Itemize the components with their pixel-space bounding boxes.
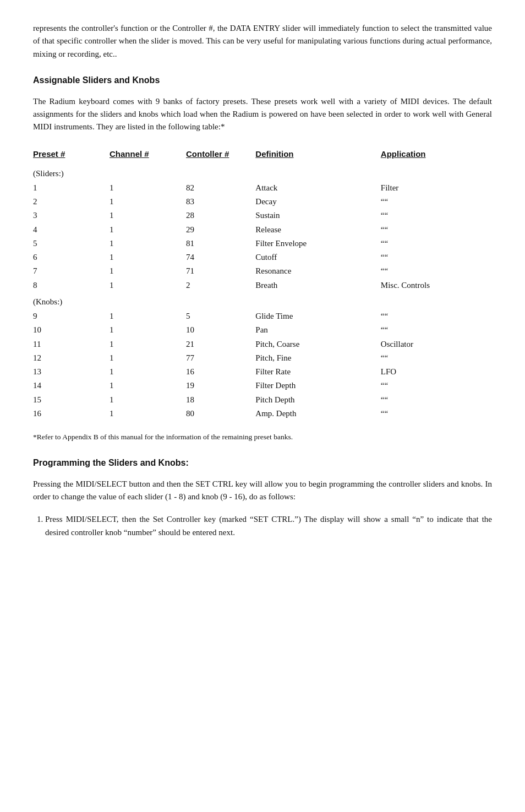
table-header-row: Preset # Channel # Contoller # Definitio…: [33, 146, 492, 164]
cell-controller: 82: [186, 181, 255, 195]
table-row: 3 1 28 Sustain ““: [33, 209, 492, 222]
cell-application: ““: [381, 323, 492, 337]
cell-channel: 1: [110, 323, 186, 337]
preset-table-wrapper: Preset # Channel # Contoller # Definitio…: [33, 146, 492, 421]
cell-channel: 1: [110, 195, 186, 209]
section1-paragraph: The Radium keyboard comes with 9 banks o…: [33, 95, 492, 134]
cell-controller: 21: [186, 337, 255, 351]
cell-application: ““: [381, 195, 492, 209]
table-row: 5 1 81 Filter Envelope ““: [33, 237, 492, 250]
cell-preset: 8: [33, 279, 110, 292]
table-row: 6 1 74 Cutoff ““: [33, 250, 492, 264]
section2-heading: Programming the Sliders and Knobs:: [33, 456, 492, 470]
cell-definition: Attack: [255, 181, 380, 195]
cell-preset: 12: [33, 351, 110, 365]
cell-controller: 16: [186, 365, 255, 379]
cell-application: ““: [381, 351, 492, 365]
cell-preset: 7: [33, 264, 110, 278]
col-header-definition: Definition: [255, 146, 380, 164]
cell-application: ““: [381, 250, 492, 264]
cell-preset: 14: [33, 379, 110, 393]
section1-heading: Assignable Sliders and Knobs: [33, 74, 492, 88]
cell-application: ““: [381, 264, 492, 278]
cell-channel: 1: [110, 351, 186, 365]
cell-definition: Pitch Depth: [255, 393, 380, 407]
cell-preset: 6: [33, 250, 110, 264]
footnote: *Refer to Appendix B of this manual for …: [33, 432, 492, 443]
cell-channel: 1: [110, 264, 186, 278]
cell-application: ““: [381, 223, 492, 237]
cell-controller: 10: [186, 323, 255, 337]
cell-controller: 28: [186, 209, 255, 222]
cell-channel: 1: [110, 393, 186, 407]
table-row: 13 1 16 Filter Rate LFO: [33, 365, 492, 379]
cell-preset: 10: [33, 323, 110, 337]
cell-controller: 81: [186, 237, 255, 250]
cell-application: ““: [381, 309, 492, 323]
cell-application: ““: [381, 393, 492, 407]
cell-definition: Breath: [255, 279, 380, 292]
cell-definition: Filter Envelope: [255, 237, 380, 250]
cell-application: Oscillator: [381, 337, 492, 351]
cell-preset: 1: [33, 181, 110, 195]
cell-definition: Decay: [255, 195, 380, 209]
cell-controller: 80: [186, 407, 255, 421]
cell-controller: 77: [186, 351, 255, 365]
cell-controller: 5: [186, 309, 255, 323]
preset-table: Preset # Channel # Contoller # Definitio…: [33, 146, 492, 421]
cell-application: ““: [381, 379, 492, 393]
table-row: 1 1 82 Attack Filter: [33, 181, 492, 195]
cell-preset: 2: [33, 195, 110, 209]
table-row: 15 1 18 Pitch Depth ““: [33, 393, 492, 407]
table-row: 9 1 5 Glide Time ““: [33, 309, 492, 323]
cell-preset: 15: [33, 393, 110, 407]
cell-definition: Pitch, Coarse: [255, 337, 380, 351]
cell-application: ““: [381, 237, 492, 250]
col-header-controller: Contoller #: [186, 146, 255, 164]
cell-preset: 4: [33, 223, 110, 237]
cell-preset: 5: [33, 237, 110, 250]
cell-channel: 1: [110, 309, 186, 323]
cell-preset: 9: [33, 309, 110, 323]
col-header-application: Application: [381, 146, 492, 164]
cell-channel: 1: [110, 279, 186, 292]
cell-definition: Release: [255, 223, 380, 237]
table-row: 16 1 80 Amp. Depth ““: [33, 407, 492, 421]
cell-application: ““: [381, 209, 492, 222]
sliders-group-label-row: (Sliders:): [33, 164, 492, 181]
cell-preset: 11: [33, 337, 110, 351]
table-row: 12 1 77 Pitch, Fine ““: [33, 351, 492, 365]
cell-channel: 1: [110, 365, 186, 379]
cell-channel: 1: [110, 407, 186, 421]
col-header-preset: Preset #: [33, 146, 110, 164]
cell-definition: Pitch, Fine: [255, 351, 380, 365]
cell-controller: 18: [186, 393, 255, 407]
cell-controller: 29: [186, 223, 255, 237]
knobs-group-label: (Knobs:): [33, 292, 492, 309]
list-item-1: Press MIDI/SELECT, then the Set Controll…: [45, 513, 492, 539]
table-row: 14 1 19 Filter Depth ““: [33, 379, 492, 393]
programming-list: Press MIDI/SELECT, then the Set Controll…: [45, 513, 492, 539]
cell-definition: Filter Rate: [255, 365, 380, 379]
cell-controller: 74: [186, 250, 255, 264]
cell-definition: Pan: [255, 323, 380, 337]
cell-channel: 1: [110, 337, 186, 351]
cell-application: Filter: [381, 181, 492, 195]
cell-channel: 1: [110, 209, 186, 222]
knobs-group-label-row: (Knobs:): [33, 292, 492, 309]
table-row: 11 1 21 Pitch, Coarse Oscillator: [33, 337, 492, 351]
table-row: 8 1 2 Breath Misc. Controls: [33, 279, 492, 292]
cell-definition: Cutoff: [255, 250, 380, 264]
cell-controller: 83: [186, 195, 255, 209]
table-row: 4 1 29 Release ““: [33, 223, 492, 237]
col-header-channel: Channel #: [110, 146, 186, 164]
cell-preset: 16: [33, 407, 110, 421]
table-row: 10 1 10 Pan ““: [33, 323, 492, 337]
cell-controller: 71: [186, 264, 255, 278]
cell-definition: Amp. Depth: [255, 407, 380, 421]
cell-channel: 1: [110, 223, 186, 237]
cell-definition: Sustain: [255, 209, 380, 222]
table-row: 2 1 83 Decay ““: [33, 195, 492, 209]
cell-application: ““: [381, 407, 492, 421]
cell-preset: 13: [33, 365, 110, 379]
